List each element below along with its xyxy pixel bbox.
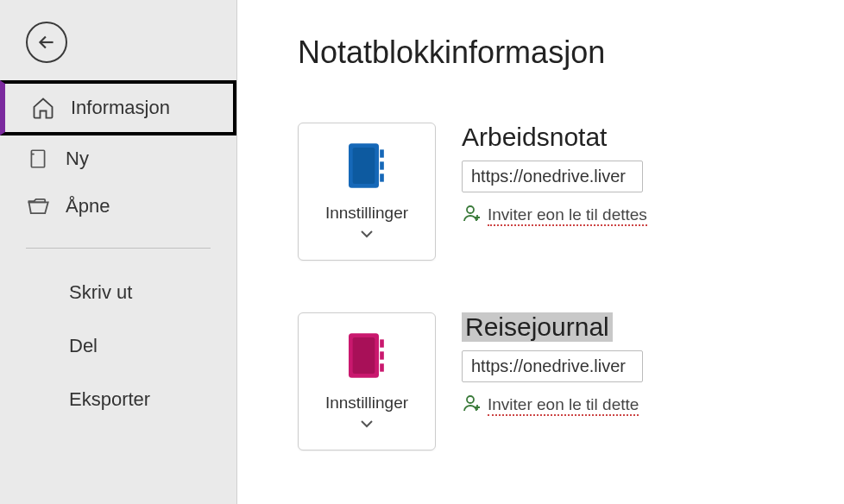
arrow-left-icon: [35, 31, 58, 54]
sidebar-sub-label: Del: [69, 335, 98, 356]
notebook-title: Reisejournal: [462, 312, 613, 342]
notebook-info: Reisejournal https://onedrive.liver Invi…: [462, 312, 660, 418]
settings-label: Innstillinger: [325, 394, 408, 413]
invite-link[interactable]: Inviter eon le til dette: [462, 393, 660, 418]
sidebar: Informasjon Ny Åpne Skriv ut Del Eksport…: [0, 0, 237, 504]
sidebar-sub-label: Eksporter: [69, 388, 150, 410]
sidebar-sub-skriv-ut[interactable]: Skriv ut: [0, 266, 236, 319]
svg-rect-5: [380, 173, 384, 181]
settings-button-reisejournal[interactable]: Innstillinger: [298, 312, 436, 450]
chevron-down-icon: [360, 416, 374, 432]
svg-rect-4: [380, 161, 384, 169]
invite-link[interactable]: Inviter eon le til dettes: [462, 203, 660, 228]
notebook-url-field[interactable]: https://onedrive.liver: [462, 350, 643, 382]
svg-rect-0: [31, 150, 44, 167]
notebook-url-field[interactable]: https://onedrive.liver: [462, 161, 643, 192]
sidebar-item-label: Ny: [66, 148, 89, 170]
sidebar-sub-label: Skriv ut: [69, 281, 132, 303]
folder-open-icon: [24, 194, 52, 218]
chevron-down-icon: [360, 226, 374, 242]
svg-rect-11: [380, 363, 384, 371]
notebook-row: Innstillinger Arbeidsnotat https://onedr…: [298, 123, 844, 261]
notebook-info: Arbeidsnotat https://onedrive.liver Invi…: [462, 123, 660, 228]
page-icon: [24, 148, 52, 170]
settings-label: Innstillinger: [325, 204, 408, 223]
notebook-icon: [346, 331, 387, 383]
notebook-icon: [346, 142, 387, 193]
sidebar-item-ny[interactable]: Ny: [0, 135, 236, 182]
home-icon: [29, 96, 57, 120]
sidebar-item-label: Informasjon: [71, 97, 170, 119]
sidebar-sub-del[interactable]: Del: [0, 319, 236, 373]
sidebar-sub-eksporter[interactable]: Eksporter: [0, 373, 236, 426]
sidebar-item-apne[interactable]: Åpne: [0, 182, 236, 230]
svg-rect-2: [353, 148, 375, 184]
notebook-row: Innstillinger Reisejournal https://onedr…: [298, 312, 844, 450]
back-button[interactable]: [26, 22, 67, 63]
main-content: Notatblokkinformasjon Innstillinger Arbe…: [237, 0, 844, 504]
sidebar-divider: [26, 248, 211, 249]
svg-rect-9: [380, 339, 384, 347]
svg-rect-3: [380, 149, 384, 157]
sidebar-item-label: Åpne: [66, 195, 110, 217]
sidebar-item-informasjon[interactable]: Informasjon: [0, 80, 236, 135]
svg-rect-8: [353, 337, 375, 374]
invite-text: Inviter eon le til dette: [488, 395, 639, 416]
svg-point-12: [467, 396, 474, 403]
svg-rect-10: [380, 351, 384, 359]
svg-point-6: [467, 206, 474, 213]
settings-button-arbeidsnotat[interactable]: Innstillinger: [298, 123, 436, 261]
invite-text: Inviter eon le til dettes: [488, 205, 647, 226]
page-title: Notatblokkinformasjon: [298, 35, 844, 71]
person-add-icon: [462, 393, 482, 418]
notebook-title: Arbeidsnotat: [462, 123, 660, 152]
person-add-icon: [462, 203, 482, 228]
